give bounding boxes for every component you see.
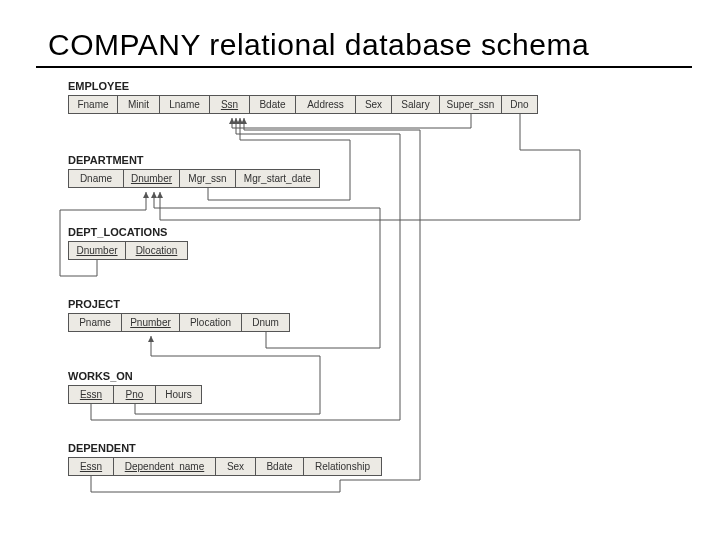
table-row: Dnumber Dlocation xyxy=(68,241,188,260)
table-department: DEPARTMENT Dname Dnumber Mgr_ssn Mgr_sta… xyxy=(68,154,320,188)
fk-super-ssn-to-ssn xyxy=(232,114,471,128)
page-title: COMPANY relational database schema xyxy=(48,28,589,62)
col-relationship: Relationship xyxy=(304,457,382,476)
table-works-on: WORKS_ON Essn Pno Hours xyxy=(68,370,202,404)
col-essn: Essn xyxy=(68,385,114,404)
col-mgr-start-date: Mgr_start_date xyxy=(236,169,320,188)
table-dependent: DEPENDENT Essn Dependent_name Sex Bdate … xyxy=(68,442,382,476)
table-name: PROJECT xyxy=(68,298,290,310)
col-plocation: Plocation xyxy=(180,313,242,332)
table-row: Essn Pno Hours xyxy=(68,385,202,404)
table-name: DEPARTMENT xyxy=(68,154,320,166)
col-address: Address xyxy=(296,95,356,114)
table-row: Fname Minit Lname Ssn Bdate Address Sex … xyxy=(68,95,538,114)
col-dnumber: Dnumber xyxy=(68,241,126,260)
table-project: PROJECT Pname Pnumber Plocation Dnum xyxy=(68,298,290,332)
table-name: EMPLOYEE xyxy=(68,80,538,92)
col-super-ssn: Super_ssn xyxy=(440,95,502,114)
col-sex: Sex xyxy=(216,457,256,476)
col-essn: Essn xyxy=(68,457,114,476)
table-row: Pname Pnumber Plocation Dnum xyxy=(68,313,290,332)
col-ssn: Ssn xyxy=(210,95,250,114)
col-dnumber: Dnumber xyxy=(124,169,180,188)
col-hours: Hours xyxy=(156,385,202,404)
col-bdate: Bdate xyxy=(256,457,304,476)
col-pname: Pname xyxy=(68,313,122,332)
table-name: WORKS_ON xyxy=(68,370,202,382)
col-dno: Dno xyxy=(502,95,538,114)
col-dname: Dname xyxy=(68,169,124,188)
col-pno: Pno xyxy=(114,385,156,404)
col-bdate: Bdate xyxy=(250,95,296,114)
col-minit: Minit xyxy=(118,95,160,114)
col-lname: Lname xyxy=(160,95,210,114)
table-name: DEPENDENT xyxy=(68,442,382,454)
col-sex: Sex xyxy=(356,95,392,114)
table-name: DEPT_LOCATIONS xyxy=(68,226,188,238)
col-salary: Salary xyxy=(392,95,440,114)
col-fname: Fname xyxy=(68,95,118,114)
col-dnum: Dnum xyxy=(242,313,290,332)
col-dependent-name: Dependent_name xyxy=(114,457,216,476)
table-employee: EMPLOYEE Fname Minit Lname Ssn Bdate Add… xyxy=(68,80,538,114)
col-pnumber: Pnumber xyxy=(122,313,180,332)
col-dlocation: Dlocation xyxy=(126,241,188,260)
title-underline xyxy=(36,66,692,68)
table-dept-locations: DEPT_LOCATIONS Dnumber Dlocation xyxy=(68,226,188,260)
col-mgr-ssn: Mgr_ssn xyxy=(180,169,236,188)
table-row: Dname Dnumber Mgr_ssn Mgr_start_date xyxy=(68,169,320,188)
table-row: Essn Dependent_name Sex Bdate Relationsh… xyxy=(68,457,382,476)
